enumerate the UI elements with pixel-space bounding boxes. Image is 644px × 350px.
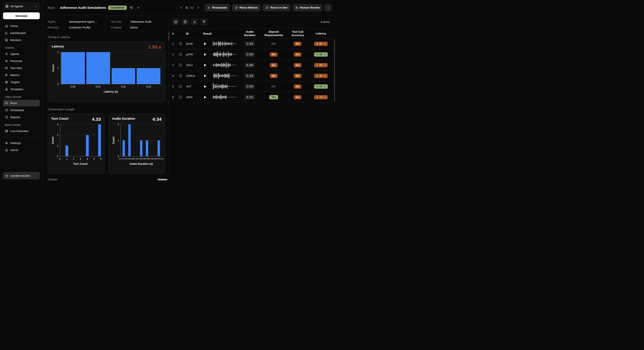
status-success-icon	[179, 42, 186, 45]
horizontal-scrollbar[interactable]	[158, 179, 168, 180]
x-tick-label: 6:14	[160, 157, 164, 160]
sidebar-item-dashboards[interactable]: Dashboards	[3, 30, 40, 36]
add-button[interactable]	[136, 5, 141, 10]
detail-label: Agent	[48, 20, 69, 23]
waveform[interactable]	[213, 40, 236, 47]
settings-icon	[5, 141, 8, 145]
columns-button[interactable]	[182, 18, 188, 25]
prev-run-button[interactable]	[179, 5, 184, 10]
sidebar-item-templates[interactable]: Templates	[3, 86, 40, 92]
sidebar-item-metrics[interactable]: Metrics	[3, 72, 40, 78]
resimulate-button[interactable]: Resimulate	[204, 4, 230, 11]
agent-selector[interactable]: All Agents	[3, 2, 40, 10]
latency-badge: 1.80 s	[314, 63, 328, 67]
next-run-button[interactable]	[196, 5, 201, 10]
sidebar-item-label: Runs	[10, 101, 17, 105]
sidebar-item-test-sets[interactable]: Test Sets	[3, 65, 40, 71]
sidebar-item-agents[interactable]: Agents	[3, 51, 40, 57]
download-button[interactable]	[191, 18, 198, 25]
sidebar-item-targets[interactable]: Targets	[3, 79, 40, 85]
waveform[interactable]	[213, 94, 236, 101]
sidebar-item-monitors[interactable]: Monitors	[3, 37, 40, 43]
results-panel: 6 items #IDResultAudio DurationDeposit R…	[169, 15, 335, 182]
y-tick-label: 3	[57, 123, 58, 126]
table-row[interactable]: 2gXfW3:50NoNo0.00 s	[172, 49, 333, 60]
play-icon	[208, 6, 210, 9]
x-axis-ticks: 3:073:243:413:584:154:324:495:065:235:40…	[120, 157, 162, 161]
play-icon	[204, 64, 206, 67]
latency-badge: 1.10 s	[314, 95, 328, 99]
app-root: All Agents Simulate HomeDashboardsMonito…	[0, 0, 335, 182]
play-button[interactable]	[203, 95, 213, 100]
waveform[interactable]	[213, 83, 236, 90]
sidebar-item-label: Home	[10, 24, 18, 27]
rerun-metrics-button[interactable]: Rerun Metrics	[232, 4, 261, 11]
play-button[interactable]	[203, 41, 213, 46]
sidebar-item-runs[interactable]: Runs	[3, 100, 40, 106]
col-header-deposit-requirements: Deposit Requirements	[262, 30, 286, 37]
sidebar-item-label: Monitors	[10, 38, 22, 42]
x-tick-label: 3:58	[130, 157, 134, 160]
sidebar-item-scheduled[interactable]: Scheduled	[3, 107, 40, 113]
filter-icon	[202, 20, 206, 23]
table-row[interactable]: 6JbkR4:32YesNo1.10 s	[172, 92, 333, 103]
table-row[interactable]: 4QWEw5:19NoNo2.30 s	[172, 70, 333, 81]
run-id: JbkR	[186, 95, 203, 99]
audio-duration-value: 4:32	[244, 95, 255, 100]
sidebar-item-personas[interactable]: Personas	[3, 58, 40, 64]
vertical-scrollbar[interactable]	[334, 39, 335, 102]
x-tick-label: 3	[80, 157, 81, 160]
more-options-button[interactable]	[324, 4, 332, 11]
play-button[interactable]	[203, 52, 213, 57]
x-tick-label: 1	[66, 157, 68, 160]
sidebar-item-live-overview[interactable]: Live Overview	[3, 128, 40, 134]
tool-call-accuracy-badge: No	[294, 52, 302, 57]
table-row[interactable]: 1jkHM3:42N/ANo4.00 s	[172, 38, 333, 49]
play-button[interactable]	[203, 73, 213, 78]
row-number: 3	[172, 63, 179, 67]
sidebar-item-settings[interactable]: Settings	[3, 140, 40, 146]
play-button[interactable]	[203, 84, 213, 89]
detail-value: Customer Profile	[69, 26, 111, 29]
breadcrumb-runs[interactable]: Runs	[48, 6, 55, 9]
gear-icon	[5, 174, 8, 177]
sidebar-item-admin[interactable]: Admin	[3, 147, 40, 153]
scheduled-icon	[5, 108, 8, 112]
chevron-down-icon	[34, 5, 38, 8]
latency-aggregate-value: 1.53 s	[148, 44, 161, 49]
rerun-in-dev-button[interactable]: Rerun in Dev	[263, 4, 290, 11]
sidebar-item-reports[interactable]: Reports	[3, 114, 40, 120]
table-header: #IDResultAudio DurationDeposit Requireme…	[172, 29, 333, 38]
waveform[interactable]	[213, 51, 236, 58]
user-email: user@coval.dev	[10, 174, 30, 177]
x-tick-label: 4:49	[141, 157, 145, 160]
waveform[interactable]	[213, 72, 236, 79]
y-axis-ticks: 012	[55, 52, 60, 84]
status-success-icon	[179, 85, 186, 88]
select-all-icon	[174, 20, 178, 23]
run-id: QWEw	[186, 74, 203, 77]
audio-duration-value: 5:19	[244, 73, 255, 78]
simulate-button[interactable]: Simulate	[3, 12, 40, 19]
table-row[interactable]: 5Srt73:20N/ANo0.00 s	[172, 81, 333, 92]
rerun-icon	[235, 6, 238, 9]
human-review-button[interactable]: Human Review	[292, 4, 322, 11]
copy-button[interactable]	[129, 5, 134, 10]
sidebar-item-label: Reports	[10, 116, 20, 119]
chart-bar	[86, 52, 110, 84]
row-number: 1	[172, 42, 179, 45]
success-check-icon	[179, 74, 182, 77]
sidebar-item-home[interactable]: Home	[3, 23, 40, 29]
sidebar-item-label: Agents	[10, 52, 19, 55]
run-id: jkHM	[186, 42, 203, 45]
user-box[interactable]: user@coval.dev	[3, 172, 40, 179]
select-rows-button[interactable]	[172, 18, 179, 25]
table-row[interactable]: 33kKZ6:40NoNo1.80 s	[172, 60, 333, 70]
filter-button[interactable]	[200, 18, 208, 25]
play-icon	[204, 53, 206, 56]
play-icon	[204, 42, 206, 45]
chevron-down-icon	[34, 5, 38, 8]
play-button[interactable]	[203, 63, 213, 67]
waveform[interactable]	[213, 62, 236, 69]
y-tick-label: 1	[57, 144, 58, 147]
